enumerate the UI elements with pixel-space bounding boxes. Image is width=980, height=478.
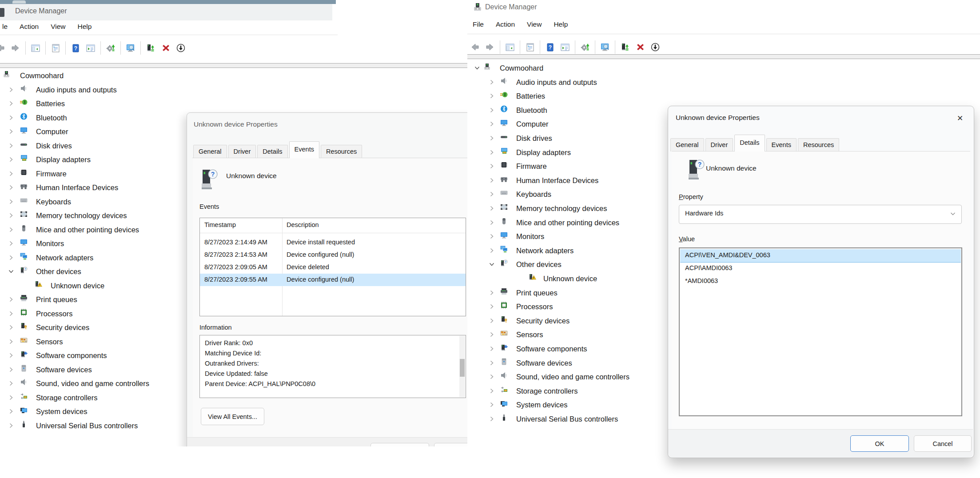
tree-item-mice-and-other-pointing-devices[interactable]: Mice and other pointing devices <box>467 216 698 230</box>
left-menu-view[interactable]: View <box>50 21 66 32</box>
scrollbar-thumb[interactable] <box>460 359 465 377</box>
tree-item-human-interface-devices[interactable]: Human Interface Devices <box>467 174 698 187</box>
chevron-down-icon[interactable] <box>473 64 481 72</box>
tree-item-bluetooth[interactable]: Bluetooth <box>467 104 698 117</box>
tree-item-cowmoohard[interactable]: Cowmoohard <box>0 69 204 83</box>
tree-item-universal-serial-bus-controllers[interactable]: Universal Serial Bus controllers <box>0 419 204 433</box>
tree-item-firmware[interactable]: Firmware <box>467 159 698 173</box>
chevron-down-icon[interactable] <box>7 267 15 275</box>
event-row[interactable]: 8/27/2023 2:09:05 AMDevice deleted <box>200 261 466 274</box>
chevron-right-icon[interactable] <box>488 219 496 227</box>
right-menu-view[interactable]: View <box>526 19 542 30</box>
tree-item-disk-drives[interactable]: Disk drives <box>0 139 204 153</box>
chevron-right-icon[interactable] <box>488 415 496 423</box>
chevron-right-icon[interactable] <box>488 148 496 156</box>
chevron-right-icon[interactable] <box>7 198 15 206</box>
left-properties-icon[interactable] <box>49 40 62 56</box>
tree-item-network-adapters[interactable]: Network adapters <box>467 244 698 258</box>
right-back-icon[interactable] <box>468 40 482 55</box>
chevron-right-icon[interactable] <box>488 359 496 367</box>
left-help-icon[interactable]: ? <box>69 40 82 56</box>
tree-item-computer[interactable]: Computer <box>467 117 698 131</box>
chevron-right-icon[interactable] <box>488 303 496 311</box>
tree-item-unknown-device[interactable]: Unknown device <box>0 279 204 293</box>
tree-item-storage-controllers[interactable]: Storage controllers <box>467 384 698 398</box>
right-menu-file[interactable]: File <box>472 19 485 30</box>
chevron-right-icon[interactable] <box>488 289 496 297</box>
left-update-driver-icon[interactable] <box>144 40 157 56</box>
chevron-right-icon[interactable] <box>488 134 496 142</box>
right-help-icon[interactable]: ? <box>543 40 557 55</box>
cancel-button[interactable]: Cancel <box>914 435 972 452</box>
right-scan-icon[interactable] <box>578 40 592 55</box>
hardware-id-item[interactable]: *AMDI0063 <box>680 275 961 288</box>
tree-item-security-devices[interactable]: Security devices <box>467 314 698 328</box>
chevron-right-icon[interactable] <box>488 232 496 240</box>
tree-item-other-devices[interactable]: ?Other devices <box>0 265 204 279</box>
chevron-right-icon[interactable] <box>7 351 15 359</box>
left-back-icon[interactable] <box>0 40 7 56</box>
tree-item-software-devices[interactable]: Software devices <box>467 356 698 370</box>
right-remote-icon[interactable] <box>598 40 612 55</box>
chevron-right-icon[interactable] <box>7 127 15 135</box>
tree-item-display-adapters[interactable]: Display adapters <box>467 146 698 159</box>
tree-item-human-interface-devices[interactable]: Human Interface Devices <box>0 181 204 195</box>
right-disable-icon[interactable] <box>649 40 662 55</box>
chevron-right-icon[interactable] <box>488 401 496 409</box>
tree-item-monitors[interactable]: Monitors <box>467 230 698 243</box>
tree-item-keyboards[interactable]: Keyboards <box>467 187 698 201</box>
chevron-right-icon[interactable] <box>488 162 496 170</box>
tree-item-sound-video-and-game-controllers[interactable]: Sound, video and game controllers <box>0 377 204 390</box>
left-tab-driver[interactable]: Driver <box>228 145 256 158</box>
chevron-right-icon[interactable] <box>7 394 15 402</box>
tree-item-processors[interactable]: Processors <box>0 307 204 321</box>
tree-item-sensors[interactable]: Sensors <box>0 335 204 349</box>
chevron-right-icon[interactable] <box>7 142 15 150</box>
chevron-right-icon[interactable] <box>7 226 15 234</box>
cancel-button-partial[interactable] <box>434 443 467 446</box>
chevron-right-icon[interactable] <box>488 317 496 325</box>
tree-item-storage-controllers[interactable]: Storage controllers <box>0 391 204 405</box>
left-forward-icon[interactable] <box>9 40 22 56</box>
scrollbar[interactable] <box>459 336 465 397</box>
tree-item-system-devices[interactable]: System devices <box>0 405 204 418</box>
chevron-right-icon[interactable] <box>7 155 15 163</box>
tree-item-software-components[interactable]: Software components <box>0 349 204 362</box>
chevron-right-icon[interactable] <box>488 92 496 100</box>
column-header-description[interactable]: Description <box>287 221 319 228</box>
column-header-timestamp[interactable]: Timestamp <box>204 221 236 228</box>
right-export-icon[interactable] <box>558 40 572 55</box>
chevron-right-icon[interactable] <box>7 254 15 262</box>
right-console-tree-icon[interactable] <box>503 40 517 55</box>
tree-item-batteries[interactable]: Batteries <box>0 97 204 111</box>
hardware-ids-list[interactable]: ACPI\VEN_AMDI&DEV_0063ACPI\AMDI0063*AMDI… <box>679 247 962 416</box>
events-table[interactable]: TimestampDescription8/27/2023 2:14:49 AM… <box>199 218 466 316</box>
chevron-right-icon[interactable] <box>7 323 15 331</box>
chevron-right-icon[interactable] <box>7 170 15 178</box>
chevron-right-icon[interactable] <box>488 331 496 339</box>
left-disable-icon[interactable] <box>174 40 187 56</box>
chevron-right-icon[interactable] <box>488 204 496 212</box>
tree-item-display-adapters[interactable]: Display adapters <box>0 153 204 167</box>
right-menu-action[interactable]: Action <box>495 19 516 30</box>
tree-item-memory-technology-devices[interactable]: Memory technology devices <box>467 202 698 215</box>
chevron-right-icon[interactable] <box>488 120 496 128</box>
right-update-driver-icon[interactable] <box>618 40 632 55</box>
chevron-right-icon[interactable] <box>488 387 496 395</box>
tree-item-system-devices[interactable]: System devices <box>467 398 698 412</box>
left-menu-action[interactable]: Action <box>19 21 40 32</box>
tree-item-computer[interactable]: Computer <box>0 125 204 139</box>
left-menu-help[interactable]: Help <box>77 21 93 32</box>
tree-item-bluetooth[interactable]: Bluetooth <box>0 111 204 125</box>
right-tab-driver[interactable]: Driver <box>705 138 733 151</box>
event-row[interactable]: 8/27/2023 2:14:53 AMDevice configured (n… <box>200 249 466 261</box>
right-forward-icon[interactable] <box>483 40 497 55</box>
left-tab-events[interactable]: Events <box>289 141 319 158</box>
chevron-right-icon[interactable] <box>7 211 15 219</box>
right-tab-details[interactable]: Details <box>734 135 765 151</box>
tree-item-audio-inputs-and-outputs[interactable]: Audio inputs and outputs <box>467 76 698 89</box>
chevron-right-icon[interactable] <box>488 78 496 86</box>
chevron-right-icon[interactable] <box>488 345 496 353</box>
chevron-right-icon[interactable] <box>7 422 15 430</box>
chevron-right-icon[interactable] <box>7 183 15 191</box>
